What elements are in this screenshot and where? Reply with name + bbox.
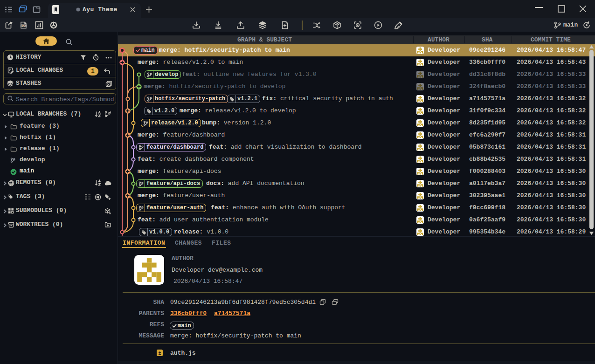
svg-text:±: ±	[158, 351, 161, 356]
svg-text:LOG: LOG	[21, 25, 26, 27]
